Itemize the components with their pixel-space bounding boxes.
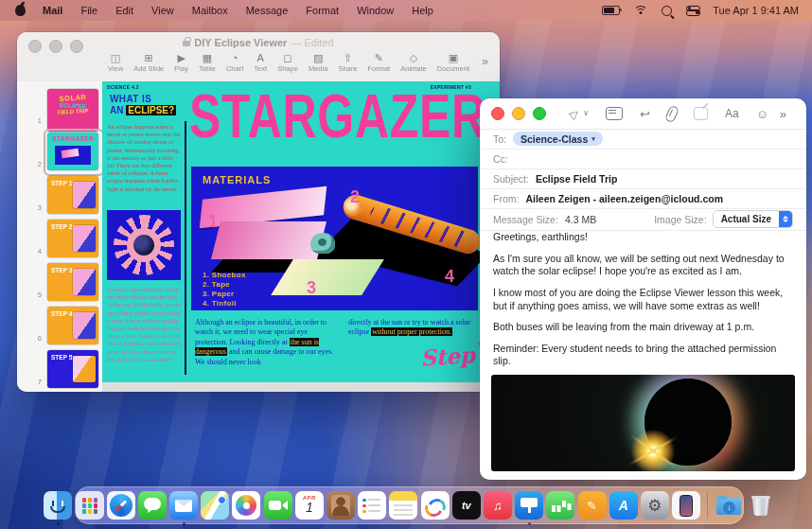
dock-freeform-icon[interactable] xyxy=(421,491,450,520)
menu-view[interactable]: View xyxy=(151,5,174,16)
dock-music-icon[interactable]: ♫ xyxy=(484,491,512,520)
slide-thumbnail-4[interactable]: 4STEP 2: xyxy=(17,220,102,257)
dock-finder-icon[interactable] xyxy=(44,491,72,520)
attachment-icon[interactable] xyxy=(664,104,680,123)
toolbar-chart[interactable]: ◔Chart xyxy=(226,52,243,73)
eclipse-heading-line1: WHAT IS xyxy=(110,94,151,104)
menu-format[interactable]: Format xyxy=(306,5,339,16)
menu-window[interactable]: Window xyxy=(357,5,394,16)
dock-trash-icon[interactable] xyxy=(747,491,775,520)
spotlight-search-icon[interactable] xyxy=(662,6,672,16)
dock-numbers-icon[interactable] xyxy=(546,491,574,520)
reply-icon[interactable]: ↩ xyxy=(640,108,650,120)
battery-icon[interactable] xyxy=(602,6,620,15)
dock-reminders-icon[interactable] xyxy=(358,491,386,520)
body-paragraph: Both buses will be leaving from the main… xyxy=(493,321,793,334)
toolbar-add-slide[interactable]: ⊞Add Slide xyxy=(133,52,164,73)
toolbar-overflow-chevron[interactable]: » xyxy=(482,55,488,68)
from-row[interactable]: From: Aileen Zeigen - aileen.zeigen@iclo… xyxy=(480,188,806,209)
toolbar-table[interactable]: ▦Table xyxy=(199,52,216,73)
format-icon[interactable]: Aa xyxy=(725,108,739,119)
control-center-icon[interactable] xyxy=(686,6,698,16)
toolbar-share[interactable]: ⇧Share xyxy=(338,52,357,73)
cc-label: Cc: xyxy=(493,153,508,165)
message-size-value: 4.3 MB xyxy=(565,214,596,225)
eclipse-photo-attachment[interactable] xyxy=(491,375,795,471)
keynote-window: DIY Eclipse Viewer— Edited ◫View⊞Add Sli… xyxy=(17,32,500,392)
keynote-titlebar[interactable]: DIY Eclipse Viewer— Edited ◫View⊞Add Sli… xyxy=(17,32,500,82)
recipient-token[interactable]: Science-Class▾ xyxy=(513,132,603,146)
thumb-step-4[interactable]: STEP 4: xyxy=(47,307,98,344)
thumb-step-2[interactable]: STEP 2: xyxy=(47,220,98,257)
thumb-stargazer-slide[interactable]: STARGAZER xyxy=(47,132,98,170)
dock-maps-icon[interactable] xyxy=(201,491,229,520)
toolbar-shape[interactable]: ◻Shape xyxy=(277,52,298,73)
send-icon[interactable]: ▷ xyxy=(567,106,581,120)
dock-contacts-icon[interactable] xyxy=(327,491,355,520)
toolbar-share-icon: ⇧ xyxy=(344,52,352,63)
slide-thumbnail-1[interactable]: 1SOLARECLIPSEFIELD TRIP xyxy=(17,89,102,127)
dock-photos-icon[interactable] xyxy=(232,491,260,520)
dock-settings-icon[interactable]: ⚙ xyxy=(641,491,669,520)
dock-keynote-icon[interactable] xyxy=(515,491,543,520)
dock-facetime-icon[interactable] xyxy=(264,491,292,520)
solar-eclipse-paragraph: A solar eclipse happens when the moon bl… xyxy=(107,286,183,363)
slide-thumbnail-7[interactable]: 7STEP 5: xyxy=(17,350,102,388)
menu-edit[interactable]: Edit xyxy=(115,5,133,16)
to-row[interactable]: To: Science-Class▾ xyxy=(480,129,806,150)
image-size-select[interactable]: Actual Size xyxy=(713,210,793,228)
stepper-icon[interactable] xyxy=(779,211,792,227)
dock-appletv-icon[interactable]: tv xyxy=(452,491,481,520)
dock-launchpad-icon[interactable] xyxy=(76,491,104,520)
menu-file[interactable]: File xyxy=(80,5,97,16)
slide-thumbnail-6[interactable]: 6STEP 4: xyxy=(17,307,102,344)
toolbar-view[interactable]: ◫View xyxy=(108,52,123,73)
menu-mail[interactable]: Mail xyxy=(43,5,62,16)
subject-row[interactable]: Subject: Eclipse Field Trip xyxy=(480,168,806,189)
recipient-chevron-icon: ▾ xyxy=(591,135,595,143)
toolbar-document[interactable]: ▣Document xyxy=(437,52,469,73)
insert-icon[interactable] xyxy=(694,107,708,120)
menu-mailbox[interactable]: Mailbox xyxy=(192,5,228,16)
toolbar-media-icon: ▨ xyxy=(313,52,323,63)
safety-paragraph-right: directly at the sun or try to watch a so… xyxy=(348,318,486,338)
dock-notes-icon[interactable] xyxy=(389,491,417,520)
cc-row[interactable]: Cc: xyxy=(480,149,806,169)
slide-canvas[interactable]: SCIENCE 4.2 EXPERIMENT #3 STARGAZER How … xyxy=(102,81,500,392)
toolbar-play[interactable]: ▶Play xyxy=(174,52,188,73)
slide-thumbnail-3[interactable]: 3STEP 1: xyxy=(17,176,102,214)
send-options-chevron-icon[interactable]: ∨ xyxy=(583,110,589,117)
menu-message[interactable]: Message xyxy=(246,5,289,16)
slide-thumbnail-2[interactable]: 2STARGAZER xyxy=(17,132,102,170)
slide-thumbnail-5[interactable]: 5STEP 3: xyxy=(17,263,102,301)
dock-appstore-icon[interactable]: A xyxy=(609,491,638,520)
dock-iphone-icon[interactable] xyxy=(672,491,700,520)
slide-course-label: SCIENCE 4.2 xyxy=(107,84,139,90)
wifi-icon[interactable] xyxy=(634,6,647,16)
dock-messages-icon[interactable] xyxy=(138,491,167,520)
close-button[interactable] xyxy=(491,107,504,120)
dock-pages-icon[interactable]: ✎ xyxy=(578,491,607,520)
minimize-button[interactable] xyxy=(512,107,525,120)
menu-clock[interactable]: Tue Apr 1 9:41 AM xyxy=(713,5,799,16)
menu-help[interactable]: Help xyxy=(412,5,433,16)
dock-downloads-icon[interactable]: ↓ xyxy=(715,491,743,520)
toolbar-animate[interactable]: ◇Animate xyxy=(400,52,427,73)
toolbar-text[interactable]: AText xyxy=(254,52,267,73)
thumb-step-5[interactable]: STEP 5: xyxy=(47,350,98,388)
thumb-step-1[interactable]: STEP 1: xyxy=(47,176,98,214)
thumb-title-slide[interactable]: SOLARECLIPSEFIELD TRIP xyxy=(47,89,98,132)
thumb-step-3[interactable]: STEP 3: xyxy=(47,263,98,301)
dock-mail-icon[interactable] xyxy=(169,491,198,520)
toolbar-format[interactable]: ✎Format xyxy=(367,52,390,73)
header-fields-icon[interactable] xyxy=(606,107,623,120)
dock-calendar-icon[interactable]: APR1 xyxy=(295,491,324,520)
toolbar-overflow-chevron[interactable]: » xyxy=(780,108,786,120)
toolbar-media[interactable]: ▨Media xyxy=(309,52,327,73)
emoji-icon[interactable]: ☺ xyxy=(756,108,768,120)
zoom-button[interactable] xyxy=(533,107,546,120)
dock-safari-icon[interactable] xyxy=(107,491,135,520)
apple-menu-icon[interactable] xyxy=(15,5,26,16)
eclipse-heading-line2: AN ECLIPSE? xyxy=(110,105,176,115)
window-controls[interactable] xyxy=(491,107,546,120)
